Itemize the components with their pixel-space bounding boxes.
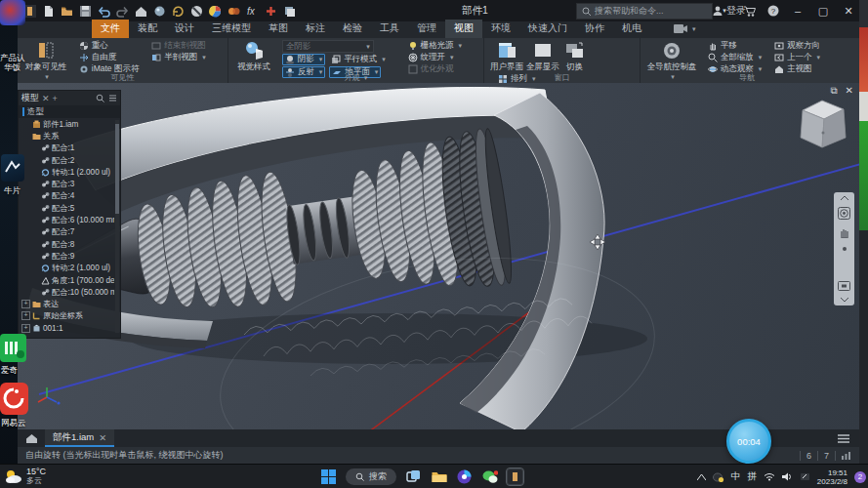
desktop-photo-icon[interactable] (0, 0, 25, 25)
half-section-view-button[interactable]: 半剖视图▾ (149, 52, 208, 62)
zoom-all-button[interactable]: 全部缩放▾ (706, 52, 765, 62)
plus-red-icon[interactable] (265, 5, 277, 18)
screencast-button[interactable]: ▾ (674, 24, 696, 33)
caret-down-icon[interactable]: ▾ (718, 7, 731, 15)
close-button[interactable]: ✕ (842, 5, 855, 18)
expander[interactable]: + (21, 311, 30, 320)
tree-item[interactable]: 配合:1 (19, 142, 114, 154)
navbar-chevron-down-icon[interactable] (841, 298, 848, 302)
ribbon-tab[interactable]: 检验 (334, 20, 371, 38)
navbar-lookat-icon[interactable] (838, 281, 850, 291)
redo-icon[interactable] (116, 5, 129, 18)
lighting-style-button[interactable]: 栅格光源▾ (406, 40, 465, 51)
help-search-box[interactable]: 搜索帮助和命令... (576, 3, 713, 20)
recording-timer[interactable]: 00:04 (726, 419, 771, 464)
fx-icon[interactable]: fx (246, 5, 259, 18)
taskbar-weather[interactable]: 15°C 多云 (5, 467, 46, 485)
tray-cam-icon[interactable] (713, 472, 724, 482)
abort-icon[interactable] (190, 5, 203, 18)
browser-scrollbar[interactable] (115, 120, 119, 333)
update-icon[interactable] (172, 5, 185, 18)
navbar-wheel-icon[interactable] (838, 207, 850, 220)
task-view-button[interactable] (405, 468, 422, 485)
close-doc-icon[interactable]: ✕ (846, 85, 853, 97)
tree-item[interactable]: 角度:1 (700.00 deg) (19, 274, 114, 286)
wifi-icon[interactable] (764, 472, 775, 481)
navbar-chevron-up-icon[interactable] (841, 196, 848, 200)
tree-item[interactable]: 配合:9 (19, 250, 114, 262)
browser-menu-icon[interactable] (108, 94, 117, 102)
open-folder-icon[interactable] (61, 5, 73, 18)
ribbon-tab[interactable]: 机电 (613, 20, 650, 38)
shadows-toggle[interactable]: 阴影▾ (282, 54, 326, 65)
cart-icon[interactable] (743, 6, 756, 17)
pinyin-indicator[interactable]: 拼 (747, 470, 757, 483)
ribbon-tab[interactable]: 工具 (371, 20, 408, 38)
full-screen-button[interactable]: 全屏显示 (526, 41, 559, 73)
visual-style-button[interactable]: 视觉样式 (234, 41, 273, 73)
help-icon[interactable]: ? (767, 5, 779, 17)
tree-item[interactable]: 配合:10 (50.000 mm) (19, 286, 114, 298)
document-tab[interactable]: 部件1.iam ✕ (45, 429, 114, 447)
save-icon[interactable] (79, 5, 92, 18)
undo-icon[interactable] (98, 5, 110, 18)
expander[interactable]: + (21, 324, 30, 333)
tree-item[interactable]: + 表达 (19, 298, 114, 309)
navbar-pan-icon[interactable] (839, 226, 850, 239)
tree-item[interactable]: 配合:4 (19, 190, 114, 202)
taskbar-search[interactable]: 搜索 (346, 468, 396, 485)
textures-toggle[interactable]: 纹理开▾ (406, 52, 465, 62)
desktop-niupian-icon[interactable] (1, 154, 24, 182)
tree-item[interactable]: 关系 (19, 130, 114, 142)
maximize-button[interactable]: ▢ (816, 5, 830, 18)
browser-close-icon[interactable]: ✕ (42, 94, 50, 103)
layers-icon[interactable] (283, 5, 296, 18)
ribbon-tab[interactable]: 视图 (445, 20, 482, 38)
pan-button[interactable]: 平移 (706, 40, 765, 51)
ribbon-tab[interactable]: 管理 (408, 20, 445, 38)
wechat-button[interactable] (481, 468, 498, 485)
navbar-zoom-icon[interactable] (841, 245, 848, 253)
ribbon-tab[interactable]: 标注 (297, 20, 334, 38)
switch-windows-button[interactable]: 切换 (562, 41, 588, 73)
tree-item[interactable]: 部件1.iam (19, 118, 114, 130)
tree-item[interactable]: 配合:6 (10.000 mm) (19, 214, 114, 225)
ribbon-tab[interactable]: 文件 (92, 20, 129, 38)
desktop-iqiyi-icon[interactable] (0, 334, 26, 362)
desktop-netease-icon[interactable] (0, 383, 28, 415)
minimize-button[interactable]: – (791, 5, 805, 17)
file-explorer-button[interactable] (431, 468, 447, 485)
color-wheel-icon[interactable] (209, 5, 222, 18)
center-of-gravity-button[interactable]: 重心 (77, 40, 142, 51)
expander[interactable]: + (21, 300, 30, 308)
tree-item[interactable]: + 001:1 (19, 322, 114, 334)
look-at-button[interactable]: 观察方向 (772, 40, 822, 51)
tree-item[interactable]: 配合:3 (19, 178, 114, 189)
ribbon-tab[interactable]: 快速入门 (519, 20, 576, 38)
ribbon-tab[interactable]: 设计 (166, 20, 203, 38)
degrees-of-freedom-button[interactable]: 自由度 (77, 52, 142, 62)
ribbon-tab[interactable]: 装配 (129, 20, 166, 38)
appearance-orange-icon[interactable] (227, 5, 240, 18)
tree-item[interactable]: 配合:2 (19, 154, 114, 166)
view-cube[interactable] (797, 97, 847, 157)
statusbar-menu-icon[interactable] (838, 434, 849, 443)
tab-close-icon[interactable]: ✕ (99, 432, 106, 443)
material-icon[interactable] (153, 5, 166, 18)
home-tab-icon[interactable] (25, 433, 38, 444)
volume-icon[interactable] (782, 472, 793, 481)
restore-doc-icon[interactable]: ⧉ (830, 85, 837, 97)
ime-indicator[interactable]: 中 (731, 470, 741, 483)
tree-item[interactable]: 转动:1 (2.000 ul) (19, 166, 114, 178)
tree-item[interactable]: 配合:8 (19, 238, 114, 250)
parallel-mode-button[interactable]: 平行模式▾ (329, 55, 388, 65)
tray-chevron-icon[interactable] (697, 474, 706, 480)
inventor-taskbar-button[interactable] (507, 468, 523, 485)
new-file-icon[interactable] (42, 5, 55, 18)
ribbon-tab[interactable]: 协作 (576, 20, 613, 38)
user-interface-button[interactable]: 用户界面 (490, 41, 523, 73)
ribbon-tab[interactable]: 草图 (260, 20, 297, 38)
ribbon-tab[interactable]: 三维模型 (203, 20, 260, 38)
notification-badge[interactable]: 2 (854, 471, 866, 483)
tree-item[interactable]: 配合:7 (19, 226, 114, 238)
